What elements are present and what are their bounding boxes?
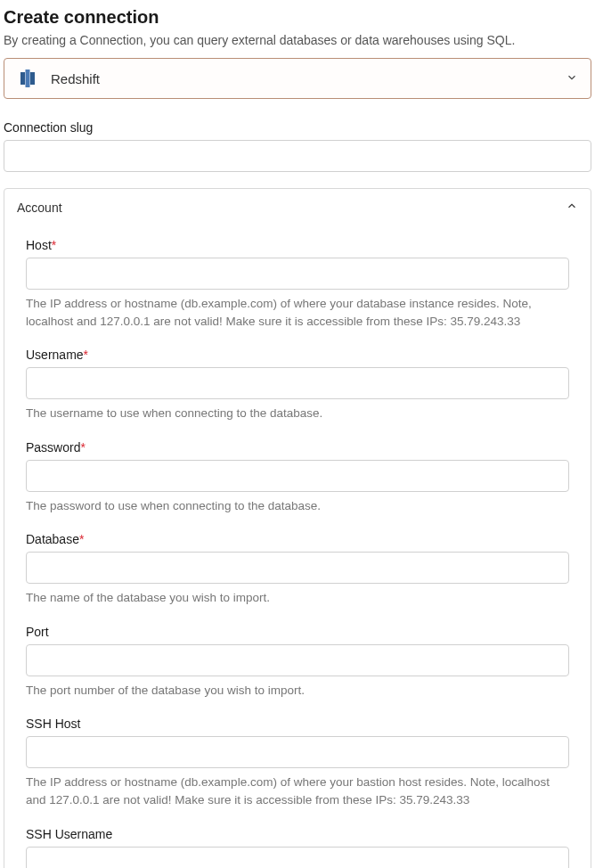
account-panel-body: Host* The IP address or hostname (db.exa… xyxy=(4,225,591,868)
username-input[interactable] xyxy=(26,367,569,399)
connector-label: Redshift xyxy=(51,71,100,86)
ssh-host-group: SSH Host The IP address or hostname (db.… xyxy=(26,717,569,808)
ssh-host-help: The IP address or hostname (db.example.c… xyxy=(26,774,569,808)
account-panel: Account Host* The IP address or hostname… xyxy=(4,188,591,868)
host-input[interactable] xyxy=(26,258,569,290)
ssh-host-input[interactable] xyxy=(26,736,569,768)
port-label: Port xyxy=(26,625,569,639)
connection-slug-group: Connection slug xyxy=(4,120,591,172)
svg-rect-2 xyxy=(30,72,35,85)
database-group: Database* The name of the database you w… xyxy=(26,532,569,607)
port-help: The port number of the database you wish… xyxy=(26,682,569,700)
port-input[interactable] xyxy=(26,644,569,676)
svg-rect-1 xyxy=(26,70,30,87)
connector-select[interactable]: Redshift xyxy=(4,58,591,99)
password-help: The password to use when connecting to t… xyxy=(26,497,569,515)
connection-slug-input[interactable] xyxy=(4,140,591,172)
database-label: Database* xyxy=(26,532,569,546)
host-label: Host* xyxy=(26,238,569,252)
redshift-icon xyxy=(17,68,38,89)
host-help: The IP address or hostname (db.example.c… xyxy=(26,295,569,330)
database-input[interactable] xyxy=(26,552,569,584)
username-group: Username* The username to use when conne… xyxy=(26,348,569,422)
port-group: Port The port number of the database you… xyxy=(26,625,569,700)
database-help: The name of the database you wish to imp… xyxy=(26,589,569,607)
username-label: Username* xyxy=(26,348,569,362)
connection-slug-label: Connection slug xyxy=(4,120,591,135)
ssh-username-input[interactable] xyxy=(26,847,569,869)
chevron-down-icon xyxy=(566,71,578,86)
account-panel-header[interactable]: Account xyxy=(4,189,591,225)
account-panel-title: Account xyxy=(17,201,62,215)
password-input[interactable] xyxy=(26,460,569,492)
ssh-username-label: SSH Username xyxy=(26,827,569,841)
ssh-host-label: SSH Host xyxy=(26,717,569,731)
password-label: Password* xyxy=(26,440,569,454)
chevron-up-icon xyxy=(566,200,578,215)
ssh-username-group: SSH Username The username to use when co… xyxy=(26,827,569,869)
page-title: Create connection xyxy=(4,7,591,28)
svg-rect-0 xyxy=(20,72,25,85)
page-subtitle: By creating a Connection, you can query … xyxy=(4,33,591,47)
password-group: Password* The password to use when conne… xyxy=(26,440,569,515)
username-help: The username to use when connecting to t… xyxy=(26,405,569,422)
host-group: Host* The IP address or hostname (db.exa… xyxy=(26,238,569,330)
